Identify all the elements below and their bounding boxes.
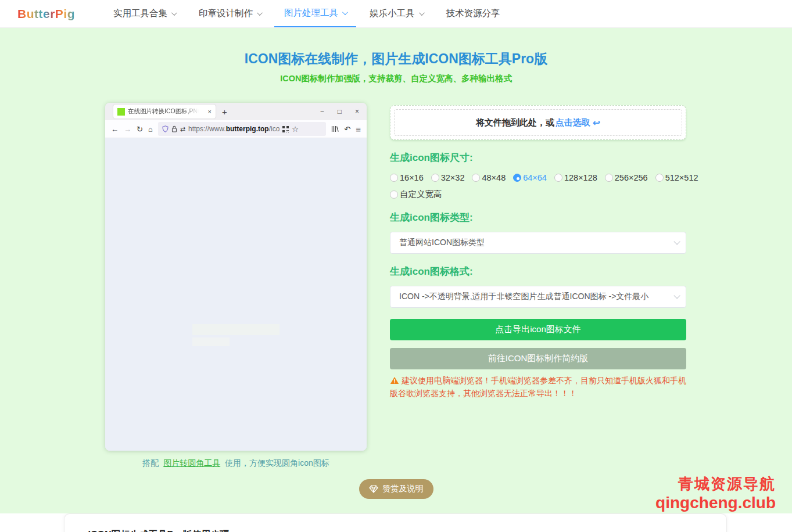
library-icon [331,125,339,132]
maximize-icon: □ [338,107,342,116]
return-arrow-icon: ↩ [593,117,600,128]
chevron-down-icon [673,292,680,299]
minimize-icon: − [320,107,324,116]
radio-32x32[interactable]: 32×32 [431,173,465,182]
radio-512x512[interactable]: 512×512 [655,173,698,182]
window-controls: − □ × [320,107,359,116]
tab-title: 在线图片转换ICO图标,PNG|JP [128,107,199,116]
radio-64x64[interactable]: 64×64 [513,173,547,182]
size-section-label: 生成icon图标尺寸: [390,151,686,164]
top-navbar: ButterPig 实用工具合集 印章设计制作 图片处理工具 娱乐小工具 技术资… [0,0,792,28]
close-icon: × [355,107,359,116]
steps-section: » ICON图标生成工具Pro版使用步骤 [0,513,792,532]
faint-placeholder [192,337,230,346]
lock-icon [171,125,177,132]
url-text: https://www.butterpig.top/ico [188,125,279,133]
donate-button[interactable]: 赞赏及说明 [359,479,433,499]
icon-type-value: 普通网站ICON图标类型 [399,238,485,248]
nav-item-tech-resources[interactable]: 技术资源分享 [436,0,510,27]
nav-item-seal-design[interactable]: 印章设计制作 [189,0,271,27]
permissions-icon: ⇄ [180,126,185,132]
nav-item-tools-collection[interactable]: 实用工具合集 [103,0,185,27]
radio-icon [472,174,480,182]
dropzone-text: 将文件拖到此处，或 [476,117,554,128]
chevron-down-icon [171,10,177,16]
browser-screenshot: 在线图片转换ICO图标,PNG|JP × + − □ × ← → ↻ ⌂ [105,103,367,451]
chevron-down-icon [257,10,263,16]
shield-icon [162,125,169,132]
file-dropzone[interactable]: 将文件拖到此处，或 点击选取 ↩ [390,105,686,140]
format-section-label: 生成icon图标格式: [390,265,686,278]
qr-code-icon [282,126,289,132]
donate-label: 赞赏及说明 [383,484,424,494]
page-subtitle: ICON图标制作加强版，支持裁剪、自定义宽高、多种输出格式 [0,73,792,84]
nav-label: 印章设计制作 [199,8,253,20]
forward-icon: → [124,125,131,133]
radio-custom-size[interactable]: 自定义宽高 [390,189,442,200]
undo-icon: ↶ [344,125,350,133]
watermark-domain: qingcheng.club [655,493,776,512]
browser-titlebar: 在线图片转换ICO图标,PNG|JP × + − □ × [105,103,367,120]
radio-48x48[interactable]: 48×48 [472,173,506,182]
browser-tab: 在线图片转换ICO图标,PNG|JP × [113,105,216,118]
nav-label: 实用工具合集 [113,8,167,20]
home-icon: ⌂ [148,125,153,133]
nav-label: 娱乐小工具 [370,8,415,20]
watermark-text: 青城资源导航 [655,475,776,493]
radio-icon [390,174,398,182]
nav-label: 技术资源分享 [446,8,500,20]
rounded-corner-tool-link[interactable]: 图片转圆角工具 [163,458,220,468]
warning-triangle-icon [390,376,399,384]
radio-128x128[interactable]: 128×128 [554,173,597,182]
browser-warning: 建议使用电脑端浏览器！手机端浏览器参差不齐，目前只知道手机版火狐和手机版谷歌浏览… [390,375,686,400]
chevron-down-icon [342,9,348,15]
gem-icon [369,485,378,493]
hamburger-menu-icon: ≡ [356,125,361,134]
address-bar: ⇄ https://www.butterpig.top/ico ☆ [158,122,327,136]
simple-version-button[interactable]: 前往ICON图标制作简约版 [390,348,686,369]
radio-icon [655,174,664,182]
size-radio-group: 16×16 32×32 48×48 64×64 128×128 256×256 … [390,173,686,182]
radio-16x16[interactable]: 16×16 [390,173,424,182]
file-select-link[interactable]: 点击选取 [556,117,590,128]
radio-icon [431,174,439,182]
steps-title: ICON图标生成工具Pro版使用步骤 [88,529,230,532]
page-title: ICON图标在线制作，图片生成ICON图标工具Pro版 [0,28,792,68]
icon-format-select[interactable]: ICON ->不透明背景,适用于非镂空图片生成普通ICON图标 ->文件最小 [390,286,686,308]
double-chevron-icon: » [77,530,83,532]
tab-close-icon: × [208,108,212,115]
main-section: ICON图标在线制作，图片生成ICON图标工具Pro版 ICON图标制作加强版，… [0,28,792,513]
radio-icon [605,174,613,182]
chevron-down-icon [418,10,424,16]
faint-placeholder [192,324,279,335]
radio-256x256[interactable]: 256×256 [605,173,648,182]
nav-item-image-tools[interactable]: 图片处理工具 [274,0,356,27]
radio-icon [554,174,562,182]
type-section-label: 生成icon图标类型: [390,211,686,224]
nav-label: 图片处理工具 [284,7,338,19]
radio-icon-selected [513,174,521,182]
nav-item-fun-tools[interactable]: 娱乐小工具 [360,0,433,27]
new-tab-icon: + [222,107,227,117]
radio-icon [390,190,398,199]
tab-favicon [117,108,125,116]
icon-format-value: ICON ->不透明背景,适用于非镂空图片生成普通ICON图标 ->文件最小 [399,292,648,302]
browser-toolbar: ← → ↻ ⌂ ⇄ https://www.butterpig.top/ico … [105,120,367,138]
browser-viewport [105,138,367,451]
icon-type-select[interactable]: 普通网站ICON图标类型 [390,232,686,254]
bookmark-star-icon: ☆ [292,125,299,133]
reload-icon: ↻ [137,125,143,133]
site-watermark: 青城资源导航 qingcheng.club [655,475,776,512]
rounded-corner-tip: 搭配 图片转圆角工具 使用，方便实现圆角icon图标 [105,458,367,469]
export-icon-button[interactable]: 点击导出icon图标文件 [390,319,686,340]
back-icon: ← [111,125,119,133]
chevron-down-icon [673,238,680,245]
main-nav: 实用工具合集 印章设计制作 图片处理工具 娱乐小工具 技术资源分享 [102,0,512,27]
site-logo[interactable]: ButterPig [17,7,75,21]
steps-card: » ICON图标生成工具Pro版使用步骤 [64,513,727,532]
